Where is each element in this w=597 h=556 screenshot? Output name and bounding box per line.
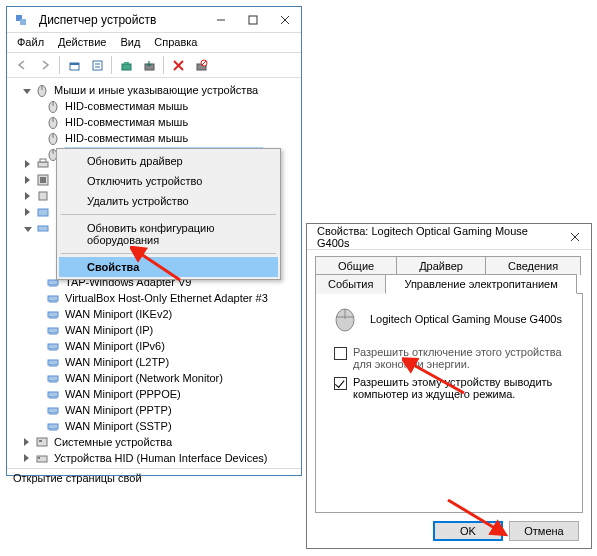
expand-icon[interactable]	[22, 207, 33, 218]
expand-icon[interactable]	[22, 223, 33, 234]
checkbox-label: Разрешить этому устройству выводить комп…	[353, 376, 568, 400]
svg-rect-8	[93, 61, 102, 70]
tree-item[interactable]: WAN Miniport (SSTP)	[65, 420, 172, 432]
device-name-label: Logitech Optical Gaming Mouse G400s	[370, 313, 562, 325]
menu-update-driver[interactable]: Обновить драйвер	[59, 151, 278, 171]
tab-events[interactable]: События	[315, 274, 386, 294]
checkbox-icon-checked	[334, 377, 347, 390]
expand-icon[interactable]	[22, 159, 33, 170]
tree-item[interactable]: WAN Miniport (PPTP)	[65, 404, 172, 416]
toolbar	[7, 53, 301, 78]
tab-details[interactable]: Сведения	[485, 256, 581, 275]
dialog-titlebar[interactable]: Свойства: Logitech Optical Gaming Mouse …	[307, 224, 591, 250]
disable-button[interactable]	[190, 55, 212, 75]
mouse-icon	[45, 114, 61, 130]
svg-rect-7	[70, 63, 79, 65]
tree-item[interactable]: HID-совместимая мышь	[65, 116, 188, 128]
svg-rect-50	[39, 440, 42, 442]
tree-item[interactable]: HID-совместимая мышь	[65, 100, 188, 112]
tab-power-management[interactable]: Управление электропитанием	[385, 274, 576, 294]
expand-icon[interactable]	[22, 175, 33, 186]
svg-rect-33	[48, 312, 58, 317]
printer-icon	[35, 156, 51, 172]
tab-panel: Logitech Optical Gaming Mouse G400s Разр…	[315, 293, 583, 513]
mouse-category-icon	[34, 82, 50, 98]
dialog-close-button[interactable]	[559, 224, 591, 249]
svg-rect-60	[38, 226, 48, 231]
tree-category[interactable]: Мыши и иные указывающие устройства	[54, 84, 258, 96]
mouse-icon	[45, 98, 61, 114]
tree-item[interactable]: HID-совместимая мышь	[65, 132, 188, 144]
menu-disable-device[interactable]: Отключить устройство	[59, 171, 278, 191]
checkbox-allow-power-off[interactable]: Разрешить отключение этого устройства дл…	[334, 346, 568, 370]
tree-category[interactable]: Системные устройства	[54, 436, 172, 448]
network-adapter-icon	[45, 354, 61, 370]
checkbox-allow-wake[interactable]: Разрешить этому устройству выводить комп…	[334, 376, 568, 400]
tab-general[interactable]: Общие	[315, 256, 397, 275]
menu-uninstall-device[interactable]: Удалить устройство	[59, 191, 278, 211]
forward-button[interactable]	[34, 55, 56, 75]
update-button[interactable]	[138, 55, 160, 75]
svg-rect-54	[38, 162, 48, 167]
network-adapter-icon	[45, 386, 61, 402]
network-adapter-icon	[45, 402, 61, 418]
app-icon	[13, 12, 29, 28]
maximize-button[interactable]	[237, 7, 269, 32]
svg-rect-31	[48, 296, 58, 301]
network-adapter-icon	[45, 418, 61, 434]
tree-item[interactable]: WAN Miniport (PPPOE)	[65, 388, 181, 400]
expand-icon[interactable]	[21, 437, 32, 448]
tree-item[interactable]: WAN Miniport (Network Monitor)	[65, 372, 223, 384]
network-adapter-icon	[45, 322, 61, 338]
show-hidden-button[interactable]	[63, 55, 85, 75]
menu-scan-hardware[interactable]: Обновить конфигурацию оборудования	[59, 218, 278, 250]
svg-rect-45	[48, 408, 58, 413]
svg-rect-29	[48, 280, 58, 285]
tree-item[interactable]: WAN Miniport (IP)	[65, 324, 153, 336]
tree-item[interactable]: WAN Miniport (IKEv2)	[65, 308, 172, 320]
menu-separator	[61, 214, 276, 215]
tree-item[interactable]: VirtualBox Host-Only Ethernet Adapter #3	[65, 292, 268, 304]
ok-button[interactable]: OK	[433, 521, 503, 541]
expand-icon[interactable]	[21, 453, 32, 464]
tree-item[interactable]: WAN Miniport (L2TP)	[65, 356, 169, 368]
dialog-title: Свойства: Logitech Optical Gaming Mouse …	[317, 225, 559, 249]
properties-button[interactable]	[86, 55, 108, 75]
minimize-button[interactable]	[205, 7, 237, 32]
network-adapter-icon	[45, 338, 61, 354]
network-icon	[35, 220, 51, 236]
uninstall-button[interactable]	[167, 55, 189, 75]
network-adapter-icon	[45, 370, 61, 386]
svg-rect-59	[38, 209, 48, 216]
scan-button[interactable]	[115, 55, 137, 75]
cancel-button[interactable]: Отмена	[509, 521, 579, 541]
svg-rect-3	[249, 16, 257, 24]
close-button[interactable]	[269, 7, 301, 32]
menu-properties[interactable]: Свойства	[59, 257, 278, 277]
generic-icon	[35, 204, 51, 220]
menu-action[interactable]: Действие	[52, 34, 112, 50]
tree-category[interactable]: Устройства HID (Human Interface Devices)	[54, 452, 267, 464]
window-title: Диспетчер устройств	[39, 13, 205, 27]
titlebar[interactable]: Диспетчер устройств	[7, 7, 301, 33]
svg-rect-47	[48, 424, 58, 429]
svg-rect-52	[38, 457, 40, 459]
svg-rect-12	[124, 62, 129, 64]
menu-separator	[61, 253, 276, 254]
menu-file[interactable]: Файл	[11, 34, 50, 50]
svg-rect-55	[40, 159, 46, 162]
firmware-icon	[35, 172, 51, 188]
svg-rect-39	[48, 360, 58, 365]
back-button[interactable]	[11, 55, 33, 75]
svg-rect-11	[122, 64, 131, 70]
tab-driver[interactable]: Драйвер	[396, 256, 486, 275]
svg-rect-58	[39, 192, 47, 200]
menu-view[interactable]: Вид	[114, 34, 146, 50]
menu-help[interactable]: Справка	[148, 34, 203, 50]
expand-icon[interactable]	[22, 191, 33, 202]
security-icon	[34, 466, 50, 468]
expand-icon[interactable]	[21, 85, 32, 96]
network-adapter-icon	[45, 306, 61, 322]
tree-item[interactable]: WAN Miniport (IPv6)	[65, 340, 165, 352]
svg-rect-57	[40, 177, 46, 183]
